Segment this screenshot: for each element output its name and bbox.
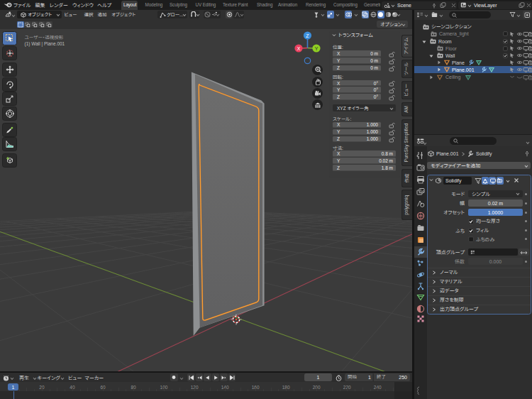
svg-text:Z: Z	[306, 33, 309, 38]
svg-text:X: X	[297, 46, 301, 51]
svg-text:Y: Y	[315, 46, 318, 51]
